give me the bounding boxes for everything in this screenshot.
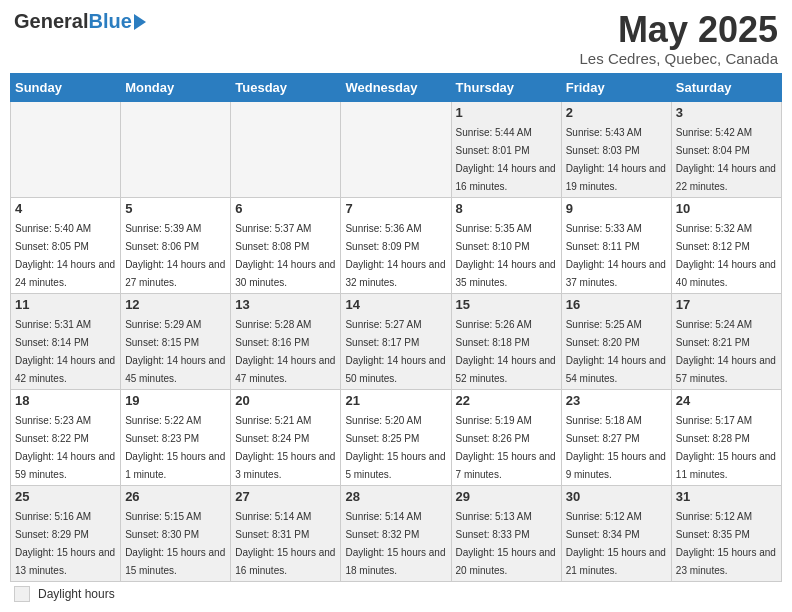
day-number: 15: [456, 297, 557, 312]
day-number: 26: [125, 489, 226, 504]
day-info: Sunrise: 5:36 AMSunset: 8:09 PMDaylight:…: [345, 223, 445, 288]
day-number: 17: [676, 297, 777, 312]
day-number: 4: [15, 201, 116, 216]
day-info: Sunrise: 5:20 AMSunset: 8:25 PMDaylight:…: [345, 415, 445, 480]
calendar-cell: 22 Sunrise: 5:19 AMSunset: 8:26 PMDaylig…: [451, 389, 561, 485]
day-number: 9: [566, 201, 667, 216]
day-number: 5: [125, 201, 226, 216]
day-number: 28: [345, 489, 446, 504]
day-info: Sunrise: 5:14 AMSunset: 8:31 PMDaylight:…: [235, 511, 335, 576]
day-header-tuesday: Tuesday: [231, 73, 341, 101]
calendar-cell: 1 Sunrise: 5:44 AMSunset: 8:01 PMDayligh…: [451, 101, 561, 197]
day-number: 14: [345, 297, 446, 312]
day-number: 21: [345, 393, 446, 408]
logo-general: General: [14, 10, 88, 33]
day-info: Sunrise: 5:40 AMSunset: 8:05 PMDaylight:…: [15, 223, 115, 288]
calendar-cell: [121, 101, 231, 197]
calendar-cell: 13 Sunrise: 5:28 AMSunset: 8:16 PMDaylig…: [231, 293, 341, 389]
calendar-cell: 24 Sunrise: 5:17 AMSunset: 8:28 PMDaylig…: [671, 389, 781, 485]
days-header-row: SundayMondayTuesdayWednesdayThursdayFrid…: [11, 73, 782, 101]
day-number: 27: [235, 489, 336, 504]
day-info: Sunrise: 5:16 AMSunset: 8:29 PMDaylight:…: [15, 511, 115, 576]
day-info: Sunrise: 5:15 AMSunset: 8:30 PMDaylight:…: [125, 511, 225, 576]
day-info: Sunrise: 5:21 AMSunset: 8:24 PMDaylight:…: [235, 415, 335, 480]
day-number: 20: [235, 393, 336, 408]
day-number: 29: [456, 489, 557, 504]
calendar-cell: 6 Sunrise: 5:37 AMSunset: 8:08 PMDayligh…: [231, 197, 341, 293]
day-number: 10: [676, 201, 777, 216]
day-info: Sunrise: 5:19 AMSunset: 8:26 PMDaylight:…: [456, 415, 556, 480]
calendar-cell: 26 Sunrise: 5:15 AMSunset: 8:30 PMDaylig…: [121, 485, 231, 581]
day-number: 2: [566, 105, 667, 120]
title-block: May 2025 Les Cedres, Quebec, Canada: [580, 10, 778, 67]
calendar-cell: 5 Sunrise: 5:39 AMSunset: 8:06 PMDayligh…: [121, 197, 231, 293]
day-info: Sunrise: 5:18 AMSunset: 8:27 PMDaylight:…: [566, 415, 666, 480]
day-number: 23: [566, 393, 667, 408]
day-info: Sunrise: 5:42 AMSunset: 8:04 PMDaylight:…: [676, 127, 776, 192]
calendar-cell: 30 Sunrise: 5:12 AMSunset: 8:34 PMDaylig…: [561, 485, 671, 581]
calendar-cell: 4 Sunrise: 5:40 AMSunset: 8:05 PMDayligh…: [11, 197, 121, 293]
calendar-cell: [231, 101, 341, 197]
calendar-cell: 16 Sunrise: 5:25 AMSunset: 8:20 PMDaylig…: [561, 293, 671, 389]
calendar-cell: 8 Sunrise: 5:35 AMSunset: 8:10 PMDayligh…: [451, 197, 561, 293]
daylight-label: Daylight hours: [38, 587, 115, 601]
calendar-cell: 7 Sunrise: 5:36 AMSunset: 8:09 PMDayligh…: [341, 197, 451, 293]
logo: General Blue: [14, 10, 146, 33]
day-number: 8: [456, 201, 557, 216]
day-number: 3: [676, 105, 777, 120]
logo-arrow-icon: [134, 14, 146, 30]
logo-blue-text: Blue: [88, 10, 131, 33]
calendar-cell: 17 Sunrise: 5:24 AMSunset: 8:21 PMDaylig…: [671, 293, 781, 389]
day-info: Sunrise: 5:27 AMSunset: 8:17 PMDaylight:…: [345, 319, 445, 384]
day-info: Sunrise: 5:35 AMSunset: 8:10 PMDaylight:…: [456, 223, 556, 288]
day-number: 16: [566, 297, 667, 312]
day-info: Sunrise: 5:29 AMSunset: 8:15 PMDaylight:…: [125, 319, 225, 384]
day-info: Sunrise: 5:28 AMSunset: 8:16 PMDaylight:…: [235, 319, 335, 384]
day-number: 31: [676, 489, 777, 504]
day-number: 11: [15, 297, 116, 312]
day-number: 30: [566, 489, 667, 504]
calendar-cell: 28 Sunrise: 5:14 AMSunset: 8:32 PMDaylig…: [341, 485, 451, 581]
calendar-cell: 9 Sunrise: 5:33 AMSunset: 8:11 PMDayligh…: [561, 197, 671, 293]
calendar-cell: 14 Sunrise: 5:27 AMSunset: 8:17 PMDaylig…: [341, 293, 451, 389]
calendar-title: May 2025: [580, 10, 778, 50]
day-header-saturday: Saturday: [671, 73, 781, 101]
day-number: 1: [456, 105, 557, 120]
day-info: Sunrise: 5:22 AMSunset: 8:23 PMDaylight:…: [125, 415, 225, 480]
day-info: Sunrise: 5:44 AMSunset: 8:01 PMDaylight:…: [456, 127, 556, 192]
calendar-cell: 21 Sunrise: 5:20 AMSunset: 8:25 PMDaylig…: [341, 389, 451, 485]
calendar-table: SundayMondayTuesdayWednesdayThursdayFrid…: [10, 73, 782, 582]
week-row-4: 18 Sunrise: 5:23 AMSunset: 8:22 PMDaylig…: [11, 389, 782, 485]
week-row-2: 4 Sunrise: 5:40 AMSunset: 8:05 PMDayligh…: [11, 197, 782, 293]
day-info: Sunrise: 5:43 AMSunset: 8:03 PMDaylight:…: [566, 127, 666, 192]
calendar-subtitle: Les Cedres, Quebec, Canada: [580, 50, 778, 67]
day-info: Sunrise: 5:14 AMSunset: 8:32 PMDaylight:…: [345, 511, 445, 576]
calendar-cell: 27 Sunrise: 5:14 AMSunset: 8:31 PMDaylig…: [231, 485, 341, 581]
calendar-cell: 2 Sunrise: 5:43 AMSunset: 8:03 PMDayligh…: [561, 101, 671, 197]
week-row-1: 1 Sunrise: 5:44 AMSunset: 8:01 PMDayligh…: [11, 101, 782, 197]
calendar-cell: [341, 101, 451, 197]
day-header-friday: Friday: [561, 73, 671, 101]
day-number: 12: [125, 297, 226, 312]
day-info: Sunrise: 5:25 AMSunset: 8:20 PMDaylight:…: [566, 319, 666, 384]
calendar-cell: 19 Sunrise: 5:22 AMSunset: 8:23 PMDaylig…: [121, 389, 231, 485]
calendar-cell: [11, 101, 121, 197]
calendar-cell: 12 Sunrise: 5:29 AMSunset: 8:15 PMDaylig…: [121, 293, 231, 389]
day-info: Sunrise: 5:24 AMSunset: 8:21 PMDaylight:…: [676, 319, 776, 384]
day-number: 24: [676, 393, 777, 408]
day-info: Sunrise: 5:12 AMSunset: 8:35 PMDaylight:…: [676, 511, 776, 576]
day-header-wednesday: Wednesday: [341, 73, 451, 101]
daylight-box-icon: [14, 586, 30, 602]
day-info: Sunrise: 5:17 AMSunset: 8:28 PMDaylight:…: [676, 415, 776, 480]
calendar-cell: 11 Sunrise: 5:31 AMSunset: 8:14 PMDaylig…: [11, 293, 121, 389]
day-number: 13: [235, 297, 336, 312]
calendar-cell: 10 Sunrise: 5:32 AMSunset: 8:12 PMDaylig…: [671, 197, 781, 293]
day-number: 6: [235, 201, 336, 216]
day-number: 25: [15, 489, 116, 504]
day-number: 19: [125, 393, 226, 408]
day-header-sunday: Sunday: [11, 73, 121, 101]
week-row-3: 11 Sunrise: 5:31 AMSunset: 8:14 PMDaylig…: [11, 293, 782, 389]
day-info: Sunrise: 5:39 AMSunset: 8:06 PMDaylight:…: [125, 223, 225, 288]
day-info: Sunrise: 5:12 AMSunset: 8:34 PMDaylight:…: [566, 511, 666, 576]
day-number: 22: [456, 393, 557, 408]
